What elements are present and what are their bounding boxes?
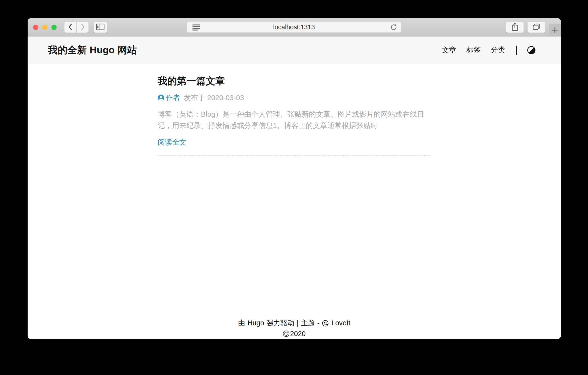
back-button[interactable] [64, 22, 76, 33]
post-summary-card: 我的第一篇文章 作者 发布于 2020-03-03 博客（英语：Blog）是一种… [158, 75, 430, 158]
minimize-window-button[interactable] [42, 25, 48, 30]
footer-text: 由 [238, 319, 245, 327]
post-author-link[interactable]: 作者 [166, 93, 180, 103]
copyright-year: 2020 [290, 330, 306, 338]
footer-text: 强力驱动 [267, 319, 294, 327]
post-divider [158, 155, 430, 156]
post-summary-text: 博客（英语：Blog）是一种由个人管理、张贴新的文章、图片或影片的网站或在线日记… [158, 108, 430, 131]
new-tab-button[interactable]: + [549, 24, 561, 36]
theme-toggle-icon[interactable] [527, 46, 536, 54]
user-circle-icon [158, 95, 164, 101]
browser-toolbar: localhost:1313 [28, 18, 561, 36]
share-icon [511, 22, 518, 32]
tab-overview-button[interactable] [527, 22, 545, 33]
post-meta: 作者 发布于 2020-03-03 [158, 93, 430, 103]
share-button[interactable] [506, 22, 524, 33]
reload-icon[interactable] [390, 23, 398, 32]
nav-item-categories[interactable]: 分类 [491, 45, 505, 55]
forward-button[interactable] [77, 22, 89, 33]
nav-item-posts[interactable]: 文章 [442, 45, 456, 55]
hugo-link[interactable]: Hugo [247, 319, 264, 327]
footer-powered-line: 由Hugo强力驱动|主题- LoveIt [28, 318, 561, 328]
screenshot-canvas: localhost:1313 [0, 0, 588, 375]
loveit-link[interactable]: LoveIt [331, 319, 350, 327]
url-text[interactable]: localhost:1313 [187, 23, 401, 31]
post-title-link[interactable]: 我的第一篇文章 [158, 75, 430, 87]
browser-window: localhost:1313 [28, 18, 561, 339]
close-window-button[interactable] [33, 25, 38, 30]
site-header: 我的全新 Hugo 网站 文章 标签 分类 [28, 36, 561, 64]
zoom-window-button[interactable] [51, 25, 57, 30]
address-bar[interactable]: localhost:1313 [187, 22, 401, 33]
nav-item-tags[interactable]: 标签 [466, 45, 481, 55]
nav-divider [516, 46, 517, 55]
read-more-link[interactable]: 阅读全文 [158, 137, 187, 147]
copyright-icon: © [283, 329, 289, 339]
sidebar-icon [96, 23, 105, 32]
footer-copyright-line: ©2020 [28, 329, 561, 339]
site-nav: 文章 标签 分类 [442, 36, 536, 64]
post-published-label: 发布于 2020-03-03 [184, 93, 244, 103]
footer-separator: | [297, 319, 299, 327]
kiss-wink-heart-icon [321, 319, 330, 327]
post-date: 2020-03-03 [207, 94, 244, 102]
sidebar-toggle-button[interactable] [94, 22, 107, 33]
tabs-icon [532, 23, 541, 32]
footer-dash: - [317, 319, 320, 327]
footer-theme-label: 主题 [301, 319, 315, 327]
site-title-link[interactable]: 我的全新 Hugo 网站 [48, 36, 137, 64]
back-icon [68, 23, 73, 32]
forward-icon [80, 23, 85, 32]
